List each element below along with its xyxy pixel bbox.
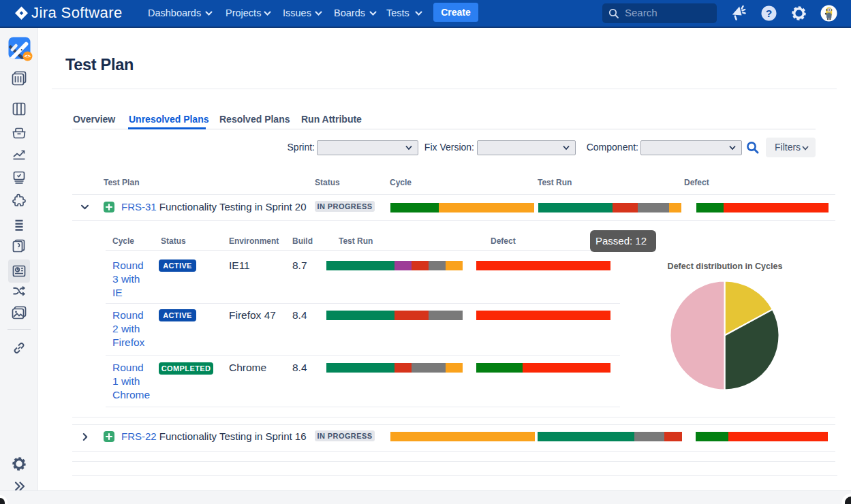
svg-text:<>: <> bbox=[25, 53, 31, 59]
svg-text:?: ? bbox=[766, 7, 772, 19]
